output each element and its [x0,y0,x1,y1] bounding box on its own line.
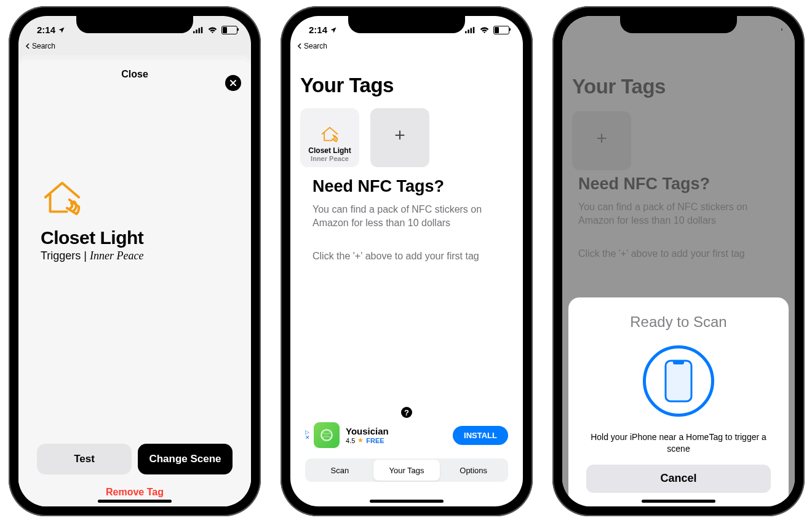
svg-rect-3 [201,27,203,33]
scan-sheet: Ready to Scan Hold your iPhone near a Ho… [568,297,789,506]
ad-banner[interactable]: ▷ ✕ Yousician 4.5★FREE INSTALL [305,420,508,450]
notch [620,16,737,33]
svg-rect-6 [471,28,472,34]
change-scene-button[interactable]: Change Scene [138,444,233,474]
ad-free-label: FREE [366,437,384,444]
status-time: 2:14 [309,25,327,35]
tile-subtitle: Inner Peace [311,155,349,162]
signal-icon [465,26,476,34]
scan-sheet-title: Ready to Scan [630,313,726,331]
notch [76,16,193,33]
status-time: 2:14 [37,25,55,35]
remove-tag-button[interactable]: Remove Tag [18,487,251,498]
home-indicator[interactable] [370,500,444,503]
signal-icon [193,26,204,34]
page-title: Your Tags [300,74,394,97]
install-button[interactable]: INSTALL [453,426,508,445]
tag-subtitle: Triggers | Inner Peace [41,250,143,262]
tab-options[interactable]: Options [440,460,507,481]
phone-your-tags: 2:14 Search Your Tags Cl [281,6,533,516]
wifi-icon [479,26,490,34]
triggers-label: Triggers | [41,250,90,262]
close-button[interactable] [225,75,241,91]
back-to-search-link[interactable]: Search [25,42,55,50]
star-icon: ★ [357,436,364,444]
home-indicator[interactable] [98,500,172,503]
location-arrow-icon [330,26,337,34]
svg-rect-7 [473,27,475,33]
test-button[interactable]: Test [37,444,132,474]
tag-title: Closet Light [41,227,143,248]
hometag-icon [41,176,84,221]
tile-title: Closet Light [308,146,351,155]
tab-scan[interactable]: Scan [306,460,373,481]
svg-rect-0 [193,31,195,33]
sheet-title: Close [18,69,251,80]
scan-phone-icon [643,345,714,417]
segmented-control: Scan Your Tags Options [305,458,508,482]
ad-app-name: Yousician [346,426,389,436]
add-tag-button[interactable]: + [370,108,429,167]
phone-closet-light: 2:14 Search Close [9,6,261,516]
tab-your-tags[interactable]: Your Tags [373,460,440,481]
back-label: Search [304,42,327,50]
need-tags-paragraph-1: You can find a pack of NFC stickers on A… [312,203,501,229]
cancel-button[interactable]: Cancel [586,465,771,493]
svg-rect-1 [196,29,197,33]
svg-rect-2 [199,28,201,34]
back-label: Search [32,42,55,50]
phone-ready-to-scan: 7:13 Your Tags + Need NFC Tags? [552,6,805,516]
plus-icon: + [394,125,405,146]
svg-rect-13 [666,361,691,401]
svg-rect-5 [468,29,469,33]
wifi-icon [207,26,218,34]
scene-name: Inner Peace [90,250,143,262]
scan-hint: Hold your iPhone near a HomeTag to trigg… [568,431,789,455]
ad-app-icon [314,422,340,448]
svg-point-8 [321,430,332,441]
back-to-search-link[interactable]: Search [297,42,327,50]
notch [348,16,465,33]
battery-icon [221,26,237,34]
ad-close-icon[interactable]: ✕ [305,435,310,441]
need-tags-heading: Need NFC Tags? [312,177,444,196]
tag-tile-closet-light[interactable]: Closet Light Inner Peace [300,108,359,167]
help-button[interactable]: ? [401,407,412,418]
location-arrow-icon [58,26,65,34]
home-indicator[interactable] [642,500,715,503]
svg-rect-14 [673,361,684,364]
ad-rating: 4.5 [346,437,355,444]
battery-icon [493,26,509,34]
need-tags-paragraph-2: Click the '+' above to add your first ta… [312,250,501,263]
svg-rect-4 [465,31,467,33]
